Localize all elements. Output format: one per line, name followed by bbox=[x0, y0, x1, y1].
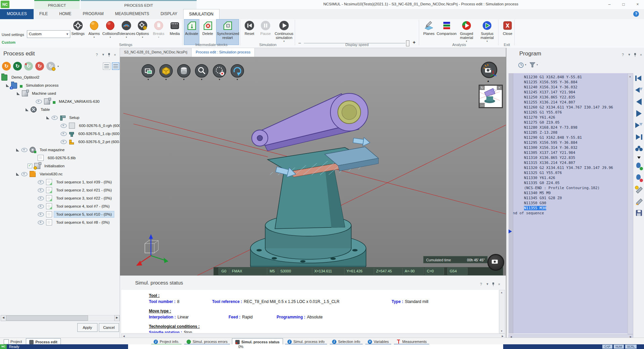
planes-button[interactable]: Planes bbox=[421, 19, 437, 45]
chevron-down-icon[interactable]: ▼ bbox=[218, 78, 221, 81]
context-group-project[interactable]: PROJECT bbox=[34, 0, 80, 10]
ribbon-tab[interactable]: DISPLAY bbox=[155, 9, 183, 19]
eye-icon[interactable] bbox=[51, 116, 58, 120]
gcode-listing[interactable]: N11230 G1 X162.848 Y-55.81 N11235 X156.5… bbox=[509, 73, 628, 334]
tolerances-button[interactable]: Tolerances▾ bbox=[119, 19, 134, 45]
3d-viewport[interactable] bbox=[120, 57, 506, 275]
eye-icon[interactable] bbox=[61, 140, 67, 144]
tree-item-label[interactable]: Demo_Optitool2 bbox=[9, 74, 41, 80]
synchronized-restart-button[interactable]: N Synchronized restart bbox=[216, 19, 239, 45]
scroll-up-button[interactable]: ▲ bbox=[628, 74, 632, 79]
tree-item[interactable]: MAZAK_VARIAXIS-630 bbox=[0, 97, 120, 105]
chevron-down-icon[interactable]: ▾ bbox=[126, 36, 127, 39]
pause-button[interactable]: Pause bbox=[258, 19, 273, 45]
tree-item[interactable]: Simulation process bbox=[0, 81, 120, 89]
ribbon-tab[interactable]: HOME bbox=[53, 9, 77, 19]
chevron-down-icon[interactable]: ▾ bbox=[57, 65, 59, 68]
help-icon[interactable]: ? bbox=[621, 53, 625, 57]
scroll-right-button[interactable]: ▶ bbox=[114, 315, 120, 321]
detail-view-toggle[interactable] bbox=[112, 62, 119, 70]
expander-icon[interactable] bbox=[46, 116, 49, 119]
gcode-line[interactable]: N11335 G0 Z24.05 bbox=[509, 180, 628, 185]
collisions-button[interactable]: Collisions▾ bbox=[103, 19, 118, 45]
gcode-line[interactable]: N11330 Y61.426 bbox=[509, 175, 628, 180]
tree-item[interactable]: Tool magazine bbox=[0, 146, 120, 154]
scroll-down-button[interactable]: ▼ bbox=[499, 329, 504, 333]
scrollbar-thumb[interactable] bbox=[6, 315, 88, 321]
eye-icon[interactable] bbox=[38, 220, 44, 225]
record-view-button[interactable] bbox=[487, 254, 504, 271]
program-tool-icon[interactable] bbox=[635, 121, 643, 130]
eye-icon[interactable] bbox=[36, 99, 42, 104]
gouged-material-button[interactable]: Gouged material▾ bbox=[457, 19, 477, 45]
stock-display-button[interactable]: ▼ bbox=[159, 64, 173, 81]
tree-item[interactable]: Varixis630.nc bbox=[0, 170, 120, 178]
chevron-down-icon[interactable]: ▼ bbox=[236, 78, 239, 81]
tree-item-label[interactable]: 600-92676-5.tlib bbox=[46, 155, 78, 161]
document-tab[interactable]: Process edit : Simulation process bbox=[192, 48, 255, 57]
chevron-down-icon[interactable]: ▼ bbox=[165, 78, 167, 81]
program-tool-icon[interactable] bbox=[635, 185, 643, 194]
surplus-material-button[interactable]: Surplus material▾ bbox=[477, 19, 497, 45]
program-tool-icon[interactable] bbox=[635, 209, 643, 218]
settings-button[interactable]: Settings bbox=[70, 19, 86, 45]
tree-item[interactable]: 600-92676-5_0.rgh (600-92676 bbox=[0, 122, 120, 130]
tree-item-label[interactable]: Initialisation bbox=[42, 163, 67, 169]
chevron-down-icon[interactable]: ▾ bbox=[101, 52, 105, 57]
stop-process-icon[interactable]: ↻ bbox=[35, 62, 44, 71]
ribbon-tab[interactable]: FILE bbox=[34, 9, 53, 19]
apply-button[interactable]: Apply bbox=[77, 323, 97, 332]
continuous-simulation-button[interactable]: Continuous simulation▾ bbox=[274, 19, 294, 45]
gcode-line[interactable]: N11280 X168.824 Y-73.898 bbox=[509, 125, 628, 130]
eye-icon[interactable] bbox=[61, 132, 67, 136]
scroll-up-button[interactable]: ▲ bbox=[499, 290, 504, 295]
gcode-line[interactable]: N11290 G1 X162.848 Y-55.81 bbox=[509, 135, 628, 140]
tree-item-label[interactable]: Table bbox=[39, 106, 52, 113]
help-icon[interactable]: ? bbox=[479, 282, 483, 286]
status-tab[interactable]: Simul. process errors bbox=[184, 338, 231, 345]
tree-item-label[interactable]: Machine used bbox=[30, 90, 58, 96]
options-button[interactable]: Options▾ bbox=[135, 19, 150, 45]
checkbox[interactable] bbox=[28, 164, 32, 168]
tree-item-label[interactable]: Varixis630.nc bbox=[38, 171, 65, 177]
preview-window[interactable]: ↻ × … bbox=[479, 85, 503, 108]
gcode-line[interactable]: N11350 G90 bbox=[509, 201, 628, 206]
tree-item[interactable]: Tool sequence 4, tool #7 - (0%) bbox=[0, 202, 120, 210]
vertical-scrollbar[interactable]: ▲ bbox=[628, 73, 633, 334]
breaks-button[interactable]: Breaks▾ bbox=[151, 19, 166, 45]
help-icon[interactable]: ? bbox=[633, 11, 639, 17]
document-tab[interactable]: S3_NC-628_01_Demo_NCDoc.NcsPrj bbox=[120, 48, 192, 57]
maximize-button[interactable]: □ bbox=[619, 1, 628, 8]
vertical-scrollbar[interactable]: ▲ ▼ bbox=[499, 290, 505, 334]
program-tool-icon[interactable] bbox=[635, 133, 643, 141]
gcode-line[interactable]: N11315 X136.214 Y24.807 bbox=[509, 160, 628, 165]
gcode-line[interactable]: N11235 X156.595 Y-36.884 bbox=[509, 80, 628, 85]
ribbon-tab[interactable]: PROGRAM bbox=[77, 9, 109, 19]
eye-icon[interactable] bbox=[21, 172, 28, 176]
chevron-down-icon[interactable]: ▾ bbox=[487, 40, 488, 43]
ribbon-tab[interactable]: MODULES bbox=[0, 9, 34, 19]
program-tool-icon[interactable] bbox=[635, 109, 643, 118]
program-tool-icon[interactable] bbox=[635, 74, 643, 83]
close-panel-icon[interactable]: × bbox=[639, 53, 643, 57]
fixture-display-button[interactable]: ▼ bbox=[177, 64, 191, 81]
used-settings-select[interactable]: Custom ▾ bbox=[27, 30, 70, 38]
tree-item-label[interactable]: Simulation process bbox=[24, 82, 61, 88]
program-tool-icon[interactable] bbox=[635, 197, 643, 206]
chevron-down-icon[interactable]: ▾ bbox=[142, 36, 143, 39]
machine-display-button[interactable]: ▼ bbox=[141, 64, 155, 81]
reexecute-all-icon[interactable]: ↻ bbox=[13, 62, 22, 71]
chevron-down-icon[interactable]: ▾ bbox=[110, 36, 111, 39]
tree-item-label[interactable]: Tool sequence 5, tool #10 - (0%) bbox=[54, 211, 114, 217]
program-tool-icon[interactable] bbox=[635, 156, 643, 159]
close-panel-icon[interactable]: × bbox=[113, 53, 117, 57]
tree-item[interactable]: 600-92676-5_1.clp (600-92676 bbox=[0, 130, 120, 138]
tree-item[interactable]: 600-92676-5_2.prt (600-92676 bbox=[0, 138, 120, 146]
tree-item-label[interactable]: Setup bbox=[67, 115, 81, 121]
tree-item-label[interactable]: 600-92676-5_1.clp (600-92676 bbox=[76, 131, 120, 137]
chevron-down-icon[interactable]: ▾ bbox=[525, 63, 526, 66]
eye-icon[interactable] bbox=[38, 196, 44, 201]
gcode-line[interactable]: N11355 M30 bbox=[509, 206, 628, 211]
gcode-line[interactable]: N11320 G2 X134.611 Y34.767 I30.147 J9.96 bbox=[509, 165, 628, 170]
tree-item-label[interactable]: Tool sequence 3, tool #22 - (0%) bbox=[54, 195, 114, 201]
